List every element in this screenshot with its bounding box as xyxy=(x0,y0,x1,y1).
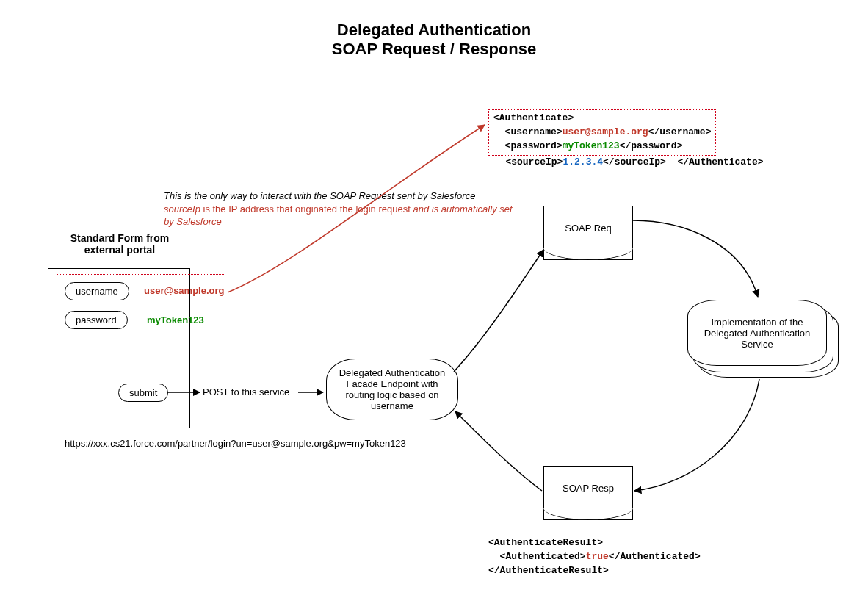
xml-authd-val: true xyxy=(586,551,609,562)
impl-card-front: Implementation of the Delegated Authenti… xyxy=(687,300,827,366)
soap-request-xml: <Authenticate> <username>user@sample.org… xyxy=(488,109,833,169)
username-field: username xyxy=(65,282,129,300)
xml-username-val: user@sample.org xyxy=(563,126,648,137)
submit-button: submit xyxy=(118,384,168,402)
soap-response-xml: <AuthenticateResult> <Authenticated>true… xyxy=(488,536,833,578)
xml-sourceip-close: </sourceIp> xyxy=(603,156,666,168)
post-url-text: https://xxx.cs21.force.com/partner/login… xyxy=(65,438,406,449)
form-heading: Standard Form from external portal xyxy=(50,232,189,256)
xml-username-open: <username> xyxy=(505,126,563,137)
xml-sourceip-val: 1.2.3.4 xyxy=(563,156,603,168)
xml-auth-close: </Authenticate> xyxy=(677,156,763,168)
explanatory-note: This is the only way to interact with th… xyxy=(164,190,524,228)
xml-password-close: </password> xyxy=(620,140,683,151)
xml-authres-open: <AuthenticateResult> xyxy=(488,537,603,548)
impl-label: Implementation of the Delegated Authenti… xyxy=(694,317,820,350)
implementation-stack: Implementation of the Delegated Authenti… xyxy=(687,300,842,381)
soap-request-label: SOAP Req xyxy=(544,223,632,234)
diagram-title: Delegated Authentication SOAP Request / … xyxy=(0,21,868,59)
doc-tear-icon xyxy=(543,248,633,260)
soap-request-doc: SOAP Req xyxy=(543,206,633,260)
xml-password-open: <password> xyxy=(505,140,563,151)
xml-authd-open: <Authenticated> xyxy=(500,551,586,562)
note-line-1: This is the only way to interact with th… xyxy=(164,190,475,201)
xml-sourceip-open: <sourceIp> xyxy=(505,156,563,168)
diagram-canvas: Delegated Authentication SOAP Request / … xyxy=(0,0,868,612)
post-caption: POST to this service xyxy=(203,386,289,397)
xml-username-close: </username> xyxy=(648,126,712,137)
xml-password-val: myToken123 xyxy=(563,140,620,151)
note-sourceip-label: sourceIp xyxy=(164,204,200,215)
facade-label: Delegated Authentication Facade Endpoint… xyxy=(334,367,450,411)
password-value: myToken123 xyxy=(147,314,204,325)
xml-auth-open: <Authenticate> xyxy=(493,112,574,123)
title-line-2: SOAP Request / Response xyxy=(332,40,536,58)
password-field: password xyxy=(65,311,128,329)
xml-authd-close: </Authenticated> xyxy=(609,551,701,562)
facade-node: Delegated Authentication Facade Endpoint… xyxy=(326,359,458,420)
doc-tear-icon xyxy=(543,508,633,520)
note-line-2a: is the IP address that originated the lo… xyxy=(200,204,413,215)
username-value: user@sample.org xyxy=(144,285,225,296)
title-line-1: Delegated Authentication xyxy=(337,21,531,39)
soap-response-label: SOAP Resp xyxy=(544,483,632,494)
soap-response-doc: SOAP Resp xyxy=(543,466,633,520)
xml-authres-close: </AuthenticateResult> xyxy=(488,565,609,576)
